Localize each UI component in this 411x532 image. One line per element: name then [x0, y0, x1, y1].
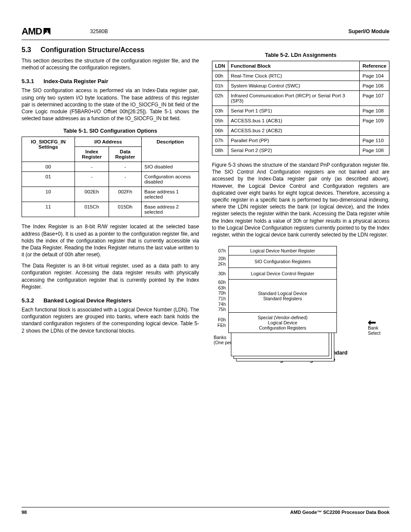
- right-column: Table 5-2. LDn Assignments LDN Functiona…: [212, 46, 389, 364]
- sub531-p1: The SIO configuration access is performe…: [22, 87, 199, 122]
- table-row: 08hSerial Port 2 (SP2)Page 108: [212, 146, 389, 156]
- diag-addr: FEh: [212, 323, 226, 328]
- doc-section-label: SuperI/O Module: [349, 28, 389, 34]
- rightcol-para: Figure 5-3 shows the structure of the st…: [212, 162, 389, 238]
- sub532-p1: Each functional block is associated with…: [22, 306, 199, 334]
- page-footer: 98 AMD Geode™ SC2200 Processor Data Book: [22, 507, 389, 515]
- subsection-number: 5.3.2: [22, 297, 34, 304]
- diag-box-ldctrl: Logical Device Control Register: [228, 268, 337, 280]
- diag-addr: 63h: [212, 285, 226, 291]
- table-row: 11015Ch015DhBase address 2 selected: [22, 202, 199, 217]
- t51-h-desc: Description: [142, 137, 199, 162]
- subsection-title: Index-Data Register Pair: [44, 78, 108, 84]
- table-row: 03hSerial Port 1 (SP1)Page 108: [212, 106, 389, 116]
- t52-h-ldn: LDN: [212, 61, 228, 71]
- page-header: AMD 32580B SuperI/O Module: [22, 26, 389, 40]
- table-51: IO_SIOCFG_IN Settings I/O Address Descri…: [22, 137, 199, 217]
- t51-h-index: Index Register: [75, 147, 109, 162]
- diag-box-siocfg: SIO Configuration Registers: [228, 255, 337, 268]
- subsection-title: Banked Logical Device Registers: [44, 297, 131, 304]
- diag-addr: 74h: [212, 302, 226, 307]
- subsection-532-heading: 5.3.2Banked Logical Device Registers: [22, 297, 199, 304]
- diag-box-ldn: Logical Device Number Register: [228, 246, 337, 255]
- t52-h-fb: Functional Block: [228, 61, 360, 71]
- diag-addr: 07h: [212, 248, 226, 254]
- subsection-531-heading: 5.3.1Index-Data Register Pair: [22, 78, 199, 84]
- section-title: Configuration Structure/Access: [40, 46, 144, 53]
- table-row: 01hSystem Wakeup Control (SWC)Page 106: [212, 81, 389, 91]
- subsection-number: 5.3.1: [22, 78, 34, 84]
- table-row: 01--Configuration access disabled: [22, 172, 199, 187]
- diag-addr: F0h: [212, 317, 226, 323]
- arrow-left-icon: [368, 320, 376, 325]
- amd-logo: AMD: [22, 26, 51, 37]
- sub531-p2: The Index Register is an 8-bit R/W regis…: [22, 223, 199, 258]
- table52-caption: Table 5-2. LDn Assignments: [212, 52, 389, 58]
- figure-53-diagram: 07h Logical Device Number Register 20h2F…: [212, 246, 389, 345]
- t51-h-settings: IO_SIOCFG_IN Settings: [22, 137, 75, 162]
- diag-addr: 70h: [212, 290, 226, 296]
- table-row: 05hACCESS.bus 1 (ACB1)Page 109: [212, 116, 389, 126]
- bank-select-label: Bank Select: [368, 246, 389, 345]
- table-row: 10002Eh002FhBase address 1 selected: [22, 187, 199, 202]
- section-intro: This section describes the structure of …: [22, 57, 199, 71]
- table-row: 00hReal-Time Clock (RTC)Page 104: [212, 71, 389, 81]
- diag-addr: 20h: [212, 256, 226, 261]
- table51-caption: Table 5-1. SIO Configuration Options: [22, 128, 199, 134]
- t51-h-ioaddr: I/O Address: [75, 137, 141, 147]
- left-column: 5.3Configuration Structure/Access This s…: [22, 46, 199, 364]
- t51-h-data: Data Register: [109, 147, 142, 162]
- diag-addr: 60h: [212, 280, 226, 285]
- two-column-content: 5.3Configuration Structure/Access This s…: [22, 46, 389, 364]
- diag-addr: 30h: [212, 271, 226, 277]
- book-title: AMD Geode™ SC2200 Processor Data Book: [290, 510, 389, 515]
- section-number: 5.3: [22, 46, 31, 53]
- page-number: 98: [22, 510, 27, 515]
- sub531-p3: The Data Register is an 8-bit virtual re…: [22, 262, 199, 290]
- logo-text: AMD: [22, 26, 42, 37]
- section-heading: 5.3Configuration Structure/Access: [22, 46, 199, 54]
- doc-id: 32580B: [90, 28, 108, 34]
- table-row: 07hParallel Port (PP)Page 110: [212, 136, 389, 146]
- diag-addr: 71h: [212, 296, 226, 302]
- table-row: 00--SIO disabled: [22, 162, 199, 172]
- amd-arrow-icon: [43, 27, 51, 36]
- table-52: LDN Functional Block Reference 00hReal-T…: [212, 61, 389, 156]
- diag-box-stdld: Standard Logical Device Standard Registe…: [228, 279, 337, 313]
- diag-box-vendor: Special (Vendor-defined) Logical Device …: [228, 312, 337, 333]
- diag-addr: 2Fh: [212, 261, 226, 267]
- table-row: 02hInfrared Communication Port (IRCP) or…: [212, 91, 389, 106]
- diag-addr: 75h: [212, 307, 226, 312]
- t52-h-ref: Reference: [360, 61, 389, 71]
